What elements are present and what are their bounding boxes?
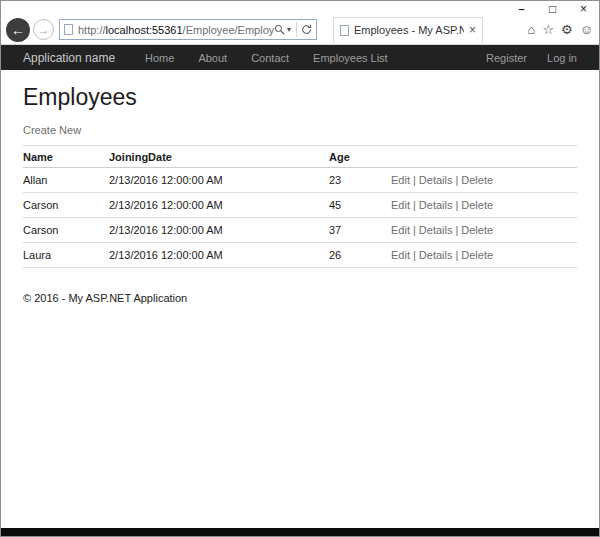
edit-link[interactable]: Edit [391, 174, 410, 186]
favorites-star-icon[interactable]: ☆ [542, 23, 554, 36]
cell-name: Allan [23, 168, 109, 193]
url-host: localhost:55361 [106, 24, 183, 36]
cell-name: Carson [23, 218, 109, 243]
cell-joining-date: 2/13/2016 12:00:00 AM [109, 193, 329, 218]
close-button[interactable]: × [568, 2, 599, 17]
delete-link[interactable]: Delete [461, 199, 493, 211]
cell-joining-date: 2/13/2016 12:00:00 AM [109, 243, 329, 268]
home-icon[interactable]: ⌂ [528, 23, 536, 36]
url-text: http://localhost:55361/Employee/Employee… [78, 24, 274, 36]
cell-age: 45 [329, 193, 391, 218]
cell-age: 23 [329, 168, 391, 193]
cell-actions: Edit|Details|Delete [391, 243, 577, 268]
site-footer: © 2016 - My ASP.NET Application [23, 292, 577, 304]
url-path: /Employee/Employees [183, 24, 274, 36]
address-divider [296, 22, 297, 37]
cell-joining-date: 2/13/2016 12:00:00 AM [109, 218, 329, 243]
page-title: Employees [23, 84, 577, 111]
login-link[interactable]: Log in [547, 52, 577, 64]
details-link[interactable]: Details [419, 224, 453, 236]
browser-action-icons: ⌂ ☆ ⚙ ☺ [528, 23, 593, 36]
cell-joining-date: 2/13/2016 12:00:00 AM [109, 168, 329, 193]
refresh-icon[interactable] [301, 24, 312, 35]
address-bar[interactable]: http://localhost:55361/Employee/Employee… [59, 19, 317, 40]
titlebar: – □ × [1, 1, 599, 17]
tab-title: Employees - My ASP.NET A... [354, 24, 464, 36]
nav-item-home[interactable]: Home [145, 52, 174, 64]
tab-close-icon[interactable]: × [469, 23, 476, 37]
action-separator: | [455, 224, 458, 236]
delete-link[interactable]: Delete [461, 174, 493, 186]
action-separator: | [455, 199, 458, 211]
nav-item-contact[interactable]: Contact [251, 52, 289, 64]
url-scheme: http:// [78, 24, 106, 36]
navbar-brand[interactable]: Application name [23, 51, 115, 65]
table-header-row: Name JoiningDate Age [23, 146, 577, 168]
forward-arrow-icon: → [38, 23, 50, 37]
action-separator: | [413, 199, 416, 211]
header-actions [391, 146, 577, 168]
address-bar-icons: ▾ [274, 22, 312, 37]
details-link[interactable]: Details [419, 249, 453, 261]
cell-actions: Edit|Details|Delete [391, 168, 577, 193]
forward-button[interactable]: → [33, 19, 54, 40]
tab-favicon [340, 25, 349, 36]
maximize-button[interactable]: □ [537, 2, 568, 17]
cell-age: 37 [329, 218, 391, 243]
table-row: Laura 2/13/2016 12:00:00 AM 26 Edit|Deta… [23, 243, 577, 268]
action-separator: | [413, 249, 416, 261]
site-navbar: Application name Home About Contact Empl… [1, 45, 599, 70]
delete-link[interactable]: Delete [461, 224, 493, 236]
window-controls: – □ × [506, 2, 599, 17]
back-button[interactable]: ← [6, 18, 30, 42]
header-name: Name [23, 146, 109, 168]
employees-table: Name JoiningDate Age Allan 2/13/2016 12:… [23, 145, 577, 268]
edit-link[interactable]: Edit [391, 199, 410, 211]
nav-item-employees-list[interactable]: Employees List [313, 52, 388, 64]
taskbar-strip [1, 528, 599, 536]
delete-link[interactable]: Delete [461, 249, 493, 261]
edit-link[interactable]: Edit [391, 224, 410, 236]
register-link[interactable]: Register [486, 52, 527, 64]
settings-gear-icon[interactable]: ⚙ [561, 23, 573, 36]
cell-actions: Edit|Details|Delete [391, 193, 577, 218]
page-content: Employees Create New Name JoiningDate Ag… [1, 70, 599, 304]
action-separator: | [455, 249, 458, 261]
header-age: Age [329, 146, 391, 168]
navbar-account-links: Register Log in [486, 52, 577, 64]
cell-name: Carson [23, 193, 109, 218]
action-separator: | [455, 174, 458, 186]
nav-item-about[interactable]: About [198, 52, 227, 64]
table-row: Carson 2/13/2016 12:00:00 AM 37 Edit|Det… [23, 218, 577, 243]
edit-link[interactable]: Edit [391, 249, 410, 261]
feedback-smiley-icon[interactable]: ☺ [580, 23, 593, 36]
page-icon [64, 24, 73, 35]
minimize-button[interactable]: – [506, 2, 537, 17]
cell-name: Laura [23, 243, 109, 268]
cell-age: 26 [329, 243, 391, 268]
search-icon[interactable] [274, 24, 285, 35]
browser-toolbar: ← → http://localhost:55361/Employee/Empl… [1, 17, 599, 45]
cell-actions: Edit|Details|Delete [391, 218, 577, 243]
table-row: Allan 2/13/2016 12:00:00 AM 23 Edit|Deta… [23, 168, 577, 193]
table-row: Carson 2/13/2016 12:00:00 AM 45 Edit|Det… [23, 193, 577, 218]
header-joining-date: JoiningDate [109, 146, 329, 168]
details-link[interactable]: Details [419, 174, 453, 186]
browser-window: – □ × ← → http://localhost:55361/Employe… [0, 0, 600, 537]
action-separator: | [413, 224, 416, 236]
action-separator: | [413, 174, 416, 186]
autocomplete-dropdown-icon[interactable]: ▾ [287, 25, 291, 34]
browser-tab[interactable]: Employees - My ASP.NET A... × [333, 17, 483, 43]
navbar-links: Home About Contact Employees List [145, 52, 388, 64]
create-new-link[interactable]: Create New [23, 124, 81, 136]
back-arrow-icon: ← [11, 22, 25, 38]
details-link[interactable]: Details [419, 199, 453, 211]
